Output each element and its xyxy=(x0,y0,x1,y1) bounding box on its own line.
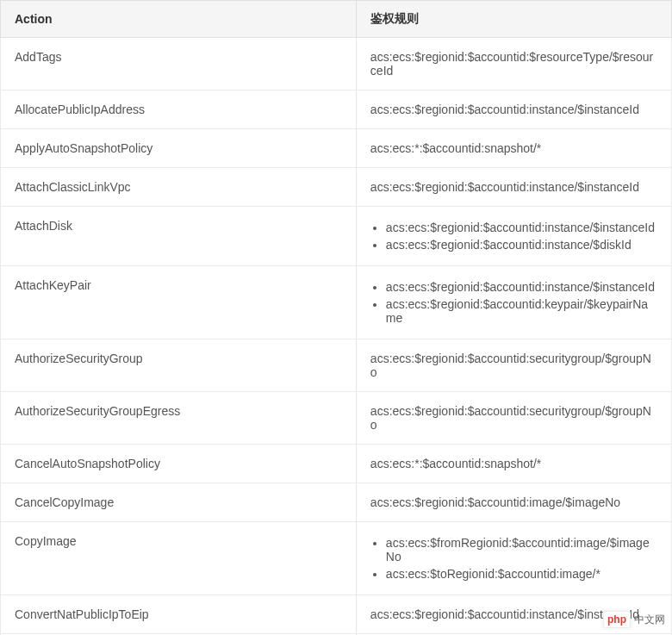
table-row: AddTagsacs:ecs:$regionid:$accountid:$res… xyxy=(1,38,672,90)
header-action: Action xyxy=(1,1,357,38)
rule-list-item: acs:ecs:$regionid:$accountid:instance/$i… xyxy=(386,278,657,296)
rule-cell: acs:ecs:$regionid:$accountid:instance/$i… xyxy=(356,90,671,129)
table-row: AllocatePublicIpAddressacs:ecs:$regionid… xyxy=(1,90,672,129)
watermark-logo: php xyxy=(603,611,631,628)
table-row: ConvertNatPublicIpToEipacs:ecs:$regionid… xyxy=(1,595,672,634)
action-cell: CopyImage xyxy=(1,522,357,595)
rule-list: acs:ecs:$fromRegionid:$accountid:image/$… xyxy=(370,534,657,582)
action-cell: AttachClassicLinkVpc xyxy=(1,168,357,207)
authorization-rules-table: Action 鉴权规则 AddTagsacs:ecs:$regionid:$ac… xyxy=(0,0,672,635)
rule-cell: acs:ecs:*:$accountid:snapshot/* xyxy=(356,445,671,483)
rule-cell: acs:ecs:$regionid:$accountid:$resourceTy… xyxy=(356,38,671,90)
action-cell: AuthorizeSecurityGroup xyxy=(1,339,357,392)
watermark: php 中文网 xyxy=(603,611,665,628)
rule-cell: acs:ecs:$regionid:$accountid:image/$imag… xyxy=(356,483,671,522)
action-cell: ConvertNatPublicIpToEip xyxy=(1,595,357,634)
rule-cell: acs:ecs:*:$accountid:snapshot/* xyxy=(356,129,671,168)
action-cell: AddTags xyxy=(1,38,357,90)
rule-cell: acs:ecs:$regionid:$accountid:instance/$i… xyxy=(356,168,671,207)
rule-cell: acs:ecs:$regionid:$accountid:instance/$i… xyxy=(356,266,671,339)
action-cell: CancelCopyImage xyxy=(1,483,357,522)
watermark-text: 中文网 xyxy=(634,613,665,627)
rule-list-item: acs:ecs:$regionid:$accountid:instance/$i… xyxy=(386,219,657,236)
table-row: AttachClassicLinkVpcacs:ecs:$regionid:$a… xyxy=(1,168,672,207)
action-cell: AuthorizeSecurityGroupEgress xyxy=(1,392,357,445)
rule-list-item: acs:ecs:$regionid:$accountid:instance/$d… xyxy=(386,236,657,253)
rule-list-item: acs:ecs:$regionid:$accountid:keypair/$ke… xyxy=(386,296,657,327)
table-row: AttachKeyPairacs:ecs:$regionid:$accounti… xyxy=(1,266,672,339)
rule-cell: acs:ecs:$regionid:$accountid:securitygro… xyxy=(356,339,671,392)
action-cell: ApplyAutoSnapshotPolicy xyxy=(1,129,357,168)
action-cell: AllocatePublicIpAddress xyxy=(1,90,357,129)
action-cell: AttachKeyPair xyxy=(1,266,357,339)
rule-list: acs:ecs:$regionid:$accountid:instance/$i… xyxy=(370,219,657,253)
table-row: AuthorizeSecurityGroupEgressacs:ecs:$reg… xyxy=(1,392,672,445)
table-row: CancelAutoSnapshotPolicyacs:ecs:*:$accou… xyxy=(1,445,672,483)
rule-cell: acs:ecs:$regionid:$accountid:securitygro… xyxy=(356,392,671,445)
table-row: ApplyAutoSnapshotPolicyacs:ecs:*:$accoun… xyxy=(1,129,672,168)
rule-list: acs:ecs:$regionid:$accountid:instance/$i… xyxy=(370,278,657,327)
rule-cell: acs:ecs:$regionid:$accountid:instance/$i… xyxy=(356,207,671,266)
rule-list-item: acs:ecs:$fromRegionid:$accountid:image/$… xyxy=(386,534,657,565)
table-row: CancelCopyImageacs:ecs:$regionid:$accoun… xyxy=(1,483,672,522)
rule-list-item: acs:ecs:$toRegionid:$accountid:image/* xyxy=(386,565,657,582)
action-cell: AttachDisk xyxy=(1,207,357,266)
rule-cell: acs:ecs:$fromRegionid:$accountid:image/$… xyxy=(356,522,671,595)
header-rule: 鉴权规则 xyxy=(356,1,671,38)
table-header-row: Action 鉴权规则 xyxy=(1,1,672,38)
table-row: CopyImageacs:ecs:$fromRegionid:$accounti… xyxy=(1,522,672,595)
table-row: AuthorizeSecurityGroupacs:ecs:$regionid:… xyxy=(1,339,672,392)
table-row: AttachDiskacs:ecs:$regionid:$accountid:i… xyxy=(1,207,672,266)
action-cell: CancelAutoSnapshotPolicy xyxy=(1,445,357,483)
